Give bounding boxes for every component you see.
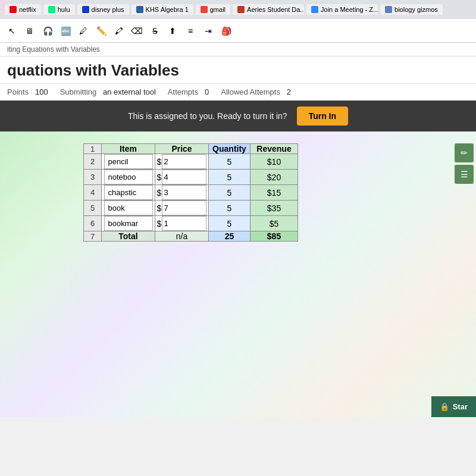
- col-header-rev: Revenue: [250, 144, 298, 154]
- toolbar: ↖ 🖥 🎧 🔤 🖊 ✏️ 🖍 ⌫ S̶ ⬆ ≡ ⇥ 🎒: [0, 19, 476, 43]
- tab-khs[interactable]: KHS Algebra 1: [131, 4, 193, 15]
- tool-cursor[interactable]: ↖: [5, 24, 19, 38]
- tool-indent[interactable]: ⇥: [201, 24, 215, 38]
- price-input-2[interactable]: [162, 154, 206, 169]
- disney-favicon: [82, 6, 89, 13]
- dollar-sign-4: $: [157, 188, 162, 198]
- cell-qty-4: 5: [209, 185, 250, 201]
- cell-item-6[interactable]: [102, 216, 155, 231]
- cell-rev-4: $15: [250, 185, 298, 201]
- tool-pencil[interactable]: ✏️: [94, 24, 108, 38]
- item-input-4[interactable]: [104, 185, 153, 200]
- tab-hulu[interactable]: hulu: [43, 4, 75, 15]
- assignment-banner: This is assigned to you. Ready to turn i…: [0, 101, 476, 131]
- tab-disney[interactable]: disney plus: [77, 4, 129, 15]
- tab-zoom[interactable]: Join a Meeting - Z...: [306, 4, 378, 15]
- tool-monitor[interactable]: 🖥: [23, 24, 37, 38]
- total-label: Total: [102, 231, 155, 242]
- cell-qty-5: 5: [209, 201, 250, 216]
- bio-favicon: [385, 6, 392, 13]
- row-num-7: 7: [84, 231, 102, 242]
- table-row: 5 $ 5 $35: [84, 201, 298, 216]
- tool-eraser[interactable]: ⌫: [130, 24, 144, 38]
- cell-price-5[interactable]: $: [155, 201, 209, 216]
- banner-message: This is assigned to you. Ready to turn i…: [128, 111, 287, 121]
- price-input-5[interactable]: [162, 201, 206, 215]
- table-row: 3 $ 5 $20: [84, 170, 298, 185]
- tab-gmail[interactable]: gmail: [196, 4, 230, 15]
- cell-item-4[interactable]: [102, 185, 155, 201]
- row-num-2: 2: [84, 154, 102, 170]
- cell-price-4[interactable]: $: [155, 185, 209, 201]
- col-header-item: Item: [102, 144, 155, 154]
- cell-qty-2: 5: [209, 154, 250, 170]
- cell-price-3[interactable]: $: [155, 170, 209, 185]
- total-quantity: 25: [209, 231, 250, 242]
- browser-tabs: netflix hulu disney plus KHS Algebra 1 g…: [0, 0, 476, 19]
- row-num-5: 5: [84, 201, 102, 216]
- tool-lines[interactable]: ≡: [183, 24, 198, 38]
- list-tool-button[interactable]: ☰: [455, 165, 474, 184]
- khs-favicon: [136, 6, 143, 13]
- tool-translate[interactable]: 🔤: [58, 24, 73, 38]
- start-button-area[interactable]: 🔒 Star: [431, 396, 476, 417]
- turn-in-button[interactable]: Turn In: [297, 107, 348, 126]
- tab-netflix[interactable]: netflix: [5, 4, 41, 15]
- cell-price-6[interactable]: $: [155, 216, 209, 231]
- row-num-4: 4: [84, 185, 102, 201]
- tab-aeries[interactable]: Aeries Student Da...: [233, 4, 304, 15]
- col-header-qty: Quantity: [209, 144, 250, 154]
- dollar-sign-5: $: [157, 203, 162, 213]
- total-revenue: $85: [250, 231, 298, 242]
- tool-headphone[interactable]: 🎧: [40, 24, 55, 38]
- item-input-6[interactable]: [104, 216, 153, 231]
- header-row: 1 Item Price Quantity Revenue: [84, 144, 298, 154]
- item-input-2[interactable]: [104, 154, 153, 169]
- tool-upload[interactable]: ⬆: [165, 24, 180, 38]
- tab-disney-label: disney plus: [92, 6, 124, 13]
- breadcrumb: iting Equations with Variables: [0, 43, 476, 57]
- content-area: 1 Item Price Quantity Revenue 2 $ 5 $10 …: [0, 131, 476, 417]
- tab-khs-label: KHS Algebra 1: [146, 6, 189, 13]
- tab-netflix-label: netflix: [19, 6, 36, 13]
- item-input-3[interactable]: [104, 170, 153, 184]
- tab-hulu-label: hulu: [58, 6, 70, 13]
- tab-gmail-label: gmail: [210, 6, 226, 13]
- edit-tool-button[interactable]: ✏: [455, 143, 474, 162]
- cell-rev-2: $10: [250, 154, 298, 170]
- price-input-3[interactable]: [162, 170, 206, 184]
- tool-marker[interactable]: 🖍: [112, 24, 126, 38]
- side-tools: ✏ ☰: [455, 143, 474, 184]
- total-price-na: n/a: [155, 231, 209, 242]
- attempts-value: 0: [205, 87, 209, 96]
- tab-bio[interactable]: biology gizmos: [380, 4, 443, 15]
- row-num-3: 3: [84, 170, 102, 185]
- price-input-4[interactable]: [162, 185, 206, 200]
- cell-rev-5: $35: [250, 201, 298, 216]
- start-icon: 🔒: [440, 402, 449, 411]
- row-num-header: 1: [84, 144, 102, 154]
- tab-aeries-label: Aeries Student Da...: [247, 6, 304, 13]
- cell-qty-6: 5: [209, 216, 250, 231]
- cell-item-2[interactable]: [102, 154, 155, 170]
- item-input-5[interactable]: [104, 201, 153, 215]
- cell-item-3[interactable]: [102, 170, 155, 185]
- cell-qty-3: 5: [209, 170, 250, 185]
- zoom-favicon: [311, 6, 318, 13]
- start-label: Star: [453, 402, 468, 411]
- meta-bar: Points 100 Submitting an external tool A…: [0, 84, 476, 101]
- dollar-sign-6: $: [157, 219, 162, 228]
- cell-rev-6: $5: [250, 216, 298, 231]
- dollar-sign-2: $: [157, 157, 162, 167]
- tool-bag[interactable]: 🎒: [219, 24, 233, 38]
- table-row: 6 $ 5 $5: [84, 216, 298, 231]
- cell-price-2[interactable]: $: [155, 154, 209, 170]
- tool-highlight[interactable]: 🖊: [76, 24, 90, 38]
- total-row: 7 Total n/a 25 $85: [84, 231, 298, 242]
- cell-item-5[interactable]: [102, 201, 155, 216]
- price-input-6[interactable]: [162, 216, 206, 231]
- row-num-6: 6: [84, 216, 102, 231]
- tool-strikethrough[interactable]: S̶: [148, 24, 162, 38]
- submitting-value: an external tool: [103, 87, 156, 96]
- netflix-favicon: [10, 6, 17, 13]
